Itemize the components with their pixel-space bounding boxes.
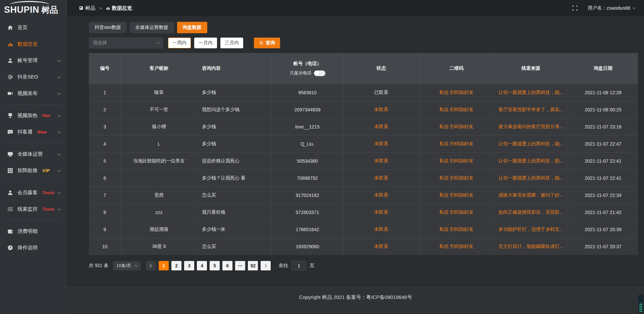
table-row: 6多少钱？让我死心 看70898792未联系私信 扫码加好友让你一眼就爱上的黑科… (89, 169, 638, 187)
prev-page-button[interactable] (146, 261, 156, 270)
username[interactable]: zswodun88 (606, 5, 630, 11)
customer-nickname (121, 170, 197, 187)
sidebar-item-user[interactable]: 账号管理 (0, 52, 67, 69)
tab-3[interactable]: 询盘数据 (177, 22, 207, 33)
qrcode-link[interactable]: 私信 扫码加好友 (419, 101, 494, 118)
range-button-3[interactable]: 三月内 (220, 38, 243, 48)
page-button-6[interactable]: 6 (222, 261, 232, 270)
username-label: 用户名： (588, 5, 606, 11)
corner-widget (638, 295, 643, 313)
chevron-down-icon (157, 41, 160, 44)
filter-select[interactable]: 请选择 (89, 37, 163, 49)
video-icon (7, 91, 13, 96)
qrcode-link[interactable]: 私信 扫码加好友 (419, 170, 494, 187)
qrcode-link[interactable]: 私信 扫码加好友 (419, 238, 494, 255)
row-number: 8 (89, 204, 121, 221)
lead-source-link[interactable]: 让你一眼就爱上的黑科技，能... (494, 153, 568, 169)
column-header-6: 二维码 (419, 53, 494, 84)
monitor-icon (7, 151, 13, 157)
goto-page-input[interactable] (291, 261, 306, 270)
breadcrumb-root[interactable]: 树品 (85, 5, 95, 11)
qrcode-link[interactable]: 私信 扫码加好友 (419, 136, 494, 152)
sidebar-item-heat[interactable]: 视频加热Hot (0, 107, 67, 124)
lead-source-link[interactable]: 让你一眼就爱上的黑科技，能... (494, 84, 568, 101)
lead-source-link[interactable]: 如何正确选择投影仪，买投影... (494, 204, 568, 221)
sidebar-item-sliders[interactable]: 线索监控Tools (0, 201, 67, 217)
sidebar-item-chat[interactable]: 抖客通New (0, 124, 67, 140)
logo[interactable]: SHUPIN 树品 (0, 0, 67, 19)
lead-source-link[interactable]: 让你一眼就爱上的黑科技，能... (494, 136, 568, 152)
query-button[interactable]: 查询 (254, 38, 280, 48)
copyright-text: Copyright 树品 2021 备案号：粤ICP备09019646号 (299, 294, 412, 314)
customer-nickname: 觉然 (121, 187, 197, 204)
page-button-2[interactable]: 2 (171, 261, 181, 270)
customer-nickname: L (121, 136, 197, 152)
sidebar: SHUPIN 树品 首页数据总览账号管理抖音SEO视频发布视频加热Hot抖客通N… (0, 0, 67, 314)
inquiry-content: 多少钱一米 (197, 221, 272, 238)
range-button-1[interactable]: 一周内 (168, 38, 191, 48)
table-row: 2不可一世我想问这个多少钱2097344839未联系私信 扫码加好友客厅安装投影… (89, 101, 638, 118)
page-button-92[interactable]: 92 (248, 261, 258, 270)
column-header-8: 询盘日期 (568, 53, 638, 84)
total-count: 共 911 条 (89, 263, 108, 269)
page-button-1[interactable]: 1 (159, 261, 169, 270)
inquiry-content: 多少钱 (197, 84, 272, 101)
row-number: 6 (89, 170, 121, 187)
sidebar-item-grid[interactable]: 矩阵助推VIP (0, 162, 67, 179)
next-page-button[interactable] (261, 261, 271, 270)
range-button-2[interactable]: 一月内 (194, 38, 217, 48)
fullscreen-icon[interactable] (572, 5, 578, 11)
page-ellipsis[interactable]: ••• (235, 261, 245, 270)
sidebar-item-label: 矩阵助推 (17, 167, 38, 174)
table-body: 1啵章多少钱9583810已联系私信 扫码加好友让你一眼就爱上的黑科技，能...… (89, 84, 638, 255)
tab-2[interactable]: 全媒体运营数据 (130, 22, 174, 33)
qrcode-link[interactable]: 私信 扫码加好友 (419, 221, 494, 238)
svg-text:?: ? (9, 246, 11, 250)
chevron-down-icon (58, 58, 61, 62)
sidebar-item-chart[interactable]: 数据总览 (0, 36, 67, 52)
column-header-label: 二维码 (449, 65, 464, 71)
sidebar-item-monitor[interactable]: 全媒体运营 (0, 146, 67, 162)
lead-source-link[interactable]: 被大家追着问的客厅投影分享... (494, 118, 568, 135)
page-button-5[interactable]: 5 (210, 261, 220, 270)
account-phone: 70898792 (272, 170, 343, 187)
lead-source-link[interactable]: 多功能护栏灯，适用于乡村文... (494, 221, 568, 238)
data-tabs: 抖音seo数据全媒体运营数据询盘数据 (89, 22, 644, 33)
status-label: 未联系 (343, 204, 419, 221)
qrcode-link[interactable]: 私信 扫码加好友 (419, 187, 494, 204)
lead-source-link[interactable]: 让你一眼就爱上的黑科技，能... (494, 170, 568, 187)
column-header-label: 客户昵称 (150, 65, 168, 71)
page-size-select[interactable]: 10条/页 (113, 261, 141, 270)
lead-source-link[interactable]: 客厅安装投影半年多了，真实... (494, 101, 568, 118)
topbar: 树品 > 数据总览 用户名： zswodun88 (67, 0, 644, 16)
wallet-icon (7, 228, 13, 234)
page-button-4[interactable]: 4 (197, 261, 207, 270)
inquiry-content: 多少钱？让我死心 看 (197, 170, 272, 187)
lead-source-link[interactable]: 无主灯设计，智能磁吸轨道灯... (494, 238, 568, 255)
chevron-left-icon (150, 264, 153, 267)
date-range-buttons: 一周内一月内三月内 (163, 38, 243, 48)
sidebar-item-help[interactable]: ?操作说明 (0, 240, 67, 256)
lead-source-link[interactable]: 感谢大家喜欢我家，被问了好... (494, 187, 568, 204)
qrcode-link[interactable]: 私信 扫码加好友 (419, 153, 494, 169)
sidebar-divider (4, 181, 63, 182)
chevron-down-icon (58, 152, 61, 155)
qrcode-link[interactable]: 私信 扫码加好友 (419, 84, 494, 101)
account-phone: 178651642 (272, 221, 343, 238)
sidebar-item-home[interactable]: 首页 (0, 19, 67, 36)
sidebar-item-badge: Hot (42, 113, 50, 118)
page-button-3[interactable]: 3 (184, 261, 194, 270)
inquiry-content: 我想问这个多少钱 (197, 101, 272, 118)
sidebar-item-video[interactable]: 视频发布 (0, 85, 67, 102)
qrcode-link[interactable]: 私信 扫码加好友 (419, 118, 494, 135)
sidebar-item-gear[interactable]: 抖音SEO (0, 69, 67, 85)
row-number: 9 (89, 221, 121, 238)
sidebar-item-member[interactable]: 会员爆客Tools (0, 185, 67, 201)
chevron-down-icon[interactable] (633, 6, 636, 9)
table-row: 7觉然怎么买917024162未联系私信 扫码加好友感谢大家喜欢我家，被问了好.… (89, 187, 638, 204)
qrcode-link[interactable]: 私信 扫码加好友 (419, 204, 494, 221)
sidebar-item-wallet[interactable]: 消费明细 (0, 223, 67, 240)
tab-1[interactable]: 抖音seo数据 (89, 22, 127, 33)
topbar-right: 用户名： zswodun88 (572, 5, 635, 11)
phone-only-toggle[interactable] (314, 70, 325, 76)
